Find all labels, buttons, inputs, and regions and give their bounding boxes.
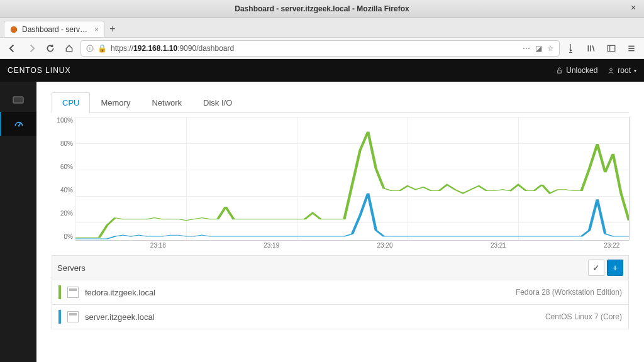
user-icon — [608, 67, 614, 74]
dashboard-main: CPU Memory Network Disk I/O 100% 80% 60%… — [36, 82, 644, 362]
servers-panel: Servers ✓ + fedora.itzgeek.local Fedora … — [52, 255, 629, 329]
reload-button[interactable] — [43, 41, 58, 56]
window-titlebar: Dashboard - server.itzgeek.local - Mozil… — [0, 0, 644, 18]
window-close-button[interactable]: × — [628, 3, 639, 14]
home-button[interactable] — [62, 41, 77, 56]
back-button[interactable] — [5, 41, 20, 56]
svg-point-9 — [610, 68, 613, 70]
svg-text:i: i — [89, 46, 91, 52]
downloads-icon[interactable]: ⭳ — [564, 41, 579, 56]
bookmark-star-icon[interactable]: ☆ — [547, 44, 554, 53]
reader-icon[interactable]: ◪ — [535, 44, 542, 53]
server-icon — [67, 311, 79, 322]
cockpit-favicon — [9, 25, 18, 34]
y-axis-labels: 100% 80% 60% 40% 20% 0% — [52, 117, 75, 249]
url-bar[interactable]: i 🔒 https://192.168.1.10:9090/dashboard … — [80, 40, 560, 57]
lock-icon: 🔒 — [97, 44, 107, 53]
browser-tab-label: Dashboard - server.itzgee — [22, 25, 91, 34]
cockpit-sidebar — [0, 82, 36, 362]
library-icon[interactable] — [584, 41, 599, 56]
tab-cpu[interactable]: CPU — [52, 92, 90, 113]
server-row[interactable]: fedora.itzgeek.local Fedora 28 (Workstat… — [52, 280, 629, 305]
server-icon — [67, 287, 79, 298]
server-row[interactable]: server.itzgeek.local CentOS Linux 7 (Cor… — [52, 305, 629, 329]
svg-point-12 — [18, 125, 19, 126]
tab-memory[interactable]: Memory — [90, 92, 141, 113]
new-tab-button[interactable]: + — [104, 21, 121, 37]
sidebar-icon[interactable] — [604, 41, 619, 56]
page-actions-icon[interactable]: ⋯ — [523, 44, 530, 53]
servers-header: Servers ✓ + — [52, 255, 629, 280]
svg-rect-3 — [608, 45, 615, 51]
svg-rect-10 — [13, 97, 23, 103]
server-icon — [12, 95, 25, 105]
window-title: Dashboard - server.itzgeek.local - Mozil… — [235, 4, 409, 13]
dashboard-icon — [13, 119, 25, 129]
server-os: Fedora 28 (Workstation Edition) — [516, 288, 622, 297]
tab-close-icon[interactable]: × — [94, 25, 99, 34]
server-color-stripe — [58, 285, 61, 299]
metric-tabs: CPU Memory Network Disk I/O — [52, 92, 629, 113]
info-icon: i — [86, 45, 94, 52]
svg-rect-8 — [558, 70, 562, 73]
server-name: server.itzgeek.local — [85, 312, 155, 322]
privilege-toggle[interactable]: Unlocked — [556, 66, 597, 75]
tab-network[interactable]: Network — [141, 92, 192, 113]
cockpit-header: CENTOS LINUX Unlocked root ▾ — [0, 59, 644, 82]
user-menu[interactable]: root ▾ — [608, 66, 636, 75]
brand-label: CENTOS LINUX — [8, 66, 70, 75]
unlock-icon — [556, 67, 563, 74]
tab-diskio[interactable]: Disk I/O — [192, 92, 243, 113]
browser-navbar: i 🔒 https://192.168.1.10:9090/dashboard … — [0, 38, 644, 59]
servers-title: Servers — [57, 263, 86, 273]
sidebar-item-dashboard[interactable] — [0, 112, 36, 136]
plot-area: 23:18 23:19 23:20 23:21 23:22 — [75, 117, 629, 249]
sidebar-item-host[interactable] — [0, 88, 36, 112]
server-os: CentOS Linux 7 (Core) — [545, 312, 622, 321]
menu-icon[interactable] — [624, 41, 639, 56]
forward-button[interactable] — [24, 41, 39, 56]
browser-tabstrip: Dashboard - server.itzgee × + — [0, 18, 644, 38]
add-server-button[interactable]: + — [607, 260, 623, 276]
svg-point-0 — [11, 26, 18, 33]
edit-servers-button[interactable]: ✓ — [588, 260, 604, 276]
browser-tab[interactable]: Dashboard - server.itzgee × — [4, 21, 104, 37]
url-text: https://192.168.1.10:9090/dashboard — [111, 44, 234, 53]
chevron-down-icon: ▾ — [634, 68, 636, 74]
server-name: fedora.itzgeek.local — [85, 288, 155, 297]
cpu-chart: 100% 80% 60% 40% 20% 0% — [52, 117, 629, 249]
server-color-stripe — [58, 310, 61, 324]
x-axis-labels: 23:18 23:19 23:20 23:21 23:22 — [75, 242, 629, 249]
